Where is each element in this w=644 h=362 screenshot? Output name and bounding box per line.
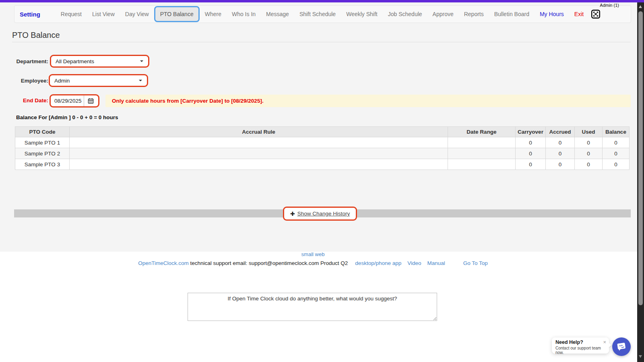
opentimeclock-link[interactable]: OpenTimeClock.com	[138, 260, 189, 266]
employee-label: Employee:	[12, 78, 48, 84]
need-help-title: Need Help?	[555, 339, 605, 345]
show-change-history-label: Show Change History	[297, 211, 350, 217]
cell-pto-code: Sample PTO 2	[15, 148, 70, 159]
nav-item-who-is-in[interactable]: Who Is In	[227, 11, 261, 17]
show-change-history-button[interactable]: ✚ Show Change History	[283, 207, 357, 221]
col-header-used: Used	[575, 127, 603, 137]
table-row: Sample PTO 1 0 0 0 0	[15, 137, 630, 148]
calendar-icon	[88, 98, 94, 104]
scrollbar-thumb[interactable]	[638, 11, 643, 305]
nav-item-bulletin-board[interactable]: Bulletin Board	[489, 11, 535, 17]
employee-selected-value: Admin	[50, 78, 139, 84]
nav-item-day-view[interactable]: Day View	[120, 11, 154, 17]
main-navbar: Setting Request List View Day View PTO B…	[14, 5, 631, 23]
accent-top-bar	[0, 0, 644, 2]
balance-summary: Balance For [Admin ] 0 - 0 + 0 = 0 hours	[16, 114, 118, 120]
title-divider	[12, 42, 631, 42]
manual-link[interactable]: Manual	[427, 260, 445, 266]
cell-used: 0	[575, 148, 603, 159]
end-date-value[interactable]: 08/29/2025	[51, 98, 84, 104]
nav-item-message[interactable]: Message	[261, 11, 294, 17]
col-header-carryover: Carryover	[516, 127, 546, 137]
logged-in-user-badge: Admin (1)	[555, 3, 619, 8]
cell-date-range	[448, 159, 516, 170]
pto-balance-page: Admin (1) Setting Request List View Day …	[0, 0, 644, 362]
nav-item-request[interactable]: Request	[56, 11, 87, 17]
nav-item-job-schedule[interactable]: Job Schedule	[383, 11, 427, 17]
video-link[interactable]: Video	[407, 260, 421, 266]
col-header-pto-code: PTO Code	[15, 127, 70, 137]
nav-item-weekly-shift[interactable]: Weekly Shift	[341, 11, 383, 17]
cell-date-range	[448, 148, 516, 159]
cell-accrual-rule	[70, 148, 448, 159]
chat-support-button[interactable]	[612, 337, 631, 356]
cell-balance: 0	[603, 159, 630, 170]
nav-item-approve[interactable]: Approve	[427, 11, 459, 17]
chat-bubble-icon	[616, 341, 627, 352]
end-date-field[interactable]: 08/29/2025	[50, 94, 99, 108]
chevron-down-icon	[140, 60, 143, 62]
table-header-row: PTO Code Accrual Rule Date Range Carryov…	[15, 127, 630, 137]
nav-item-list-view[interactable]: List View	[87, 11, 120, 17]
department-label: Department:	[12, 58, 48, 64]
footer-support-row: OpenTimeClock.com technical support emai…	[0, 260, 626, 266]
cell-used: 0	[575, 159, 603, 170]
cell-balance: 0	[603, 148, 630, 159]
cell-carryover: 0	[516, 148, 546, 159]
small-web-link[interactable]: small web	[301, 251, 325, 257]
close-icon[interactable]: ×	[603, 339, 606, 345]
nav-item-pto-balance[interactable]: PTO Balance	[154, 6, 200, 22]
nav-brand-setting[interactable]: Setting	[14, 11, 47, 18]
col-header-accrual-rule: Accrual Rule	[70, 127, 448, 137]
nav-item-shift-schedule[interactable]: Shift Schedule	[294, 11, 341, 17]
plus-icon: ✚	[290, 211, 295, 217]
pto-balance-table: PTO Code Accrual Rule Date Range Carryov…	[15, 126, 630, 170]
calculation-notice: Only calculate hours from [Carryover Dat…	[105, 95, 631, 107]
table-row: Sample PTO 3 0 0 0 0	[15, 159, 630, 170]
scroll-down-arrow-icon[interactable]	[639, 355, 642, 358]
nav-item-exit[interactable]: Exit	[569, 11, 589, 17]
cell-accrual-rule	[70, 137, 448, 148]
cell-balance: 0	[603, 137, 630, 148]
page-title: PTO Balance	[12, 31, 60, 40]
employee-select[interactable]: Admin	[49, 74, 148, 87]
cell-accrual-rule	[70, 159, 448, 170]
table-row: Sample PTO 2 0 0 0 0	[15, 148, 630, 159]
cell-accrued: 0	[546, 137, 575, 148]
cell-accrued: 0	[546, 159, 575, 170]
support-email-text: technical support email: support@opentim…	[190, 260, 348, 266]
nav-item-my-hours[interactable]: My Hours	[535, 11, 569, 17]
need-help-subtitle: Contact our support team now.	[555, 346, 605, 355]
col-header-date-range: Date Range	[448, 127, 516, 137]
department-selected-value: All Departments	[51, 58, 140, 64]
end-date-label: End Date:	[12, 97, 48, 103]
vertical-scrollbar[interactable]	[637, 2, 644, 362]
footer-small-web-row: small web	[0, 251, 626, 257]
nav-item-where[interactable]: Where	[200, 11, 227, 17]
cell-carryover: 0	[516, 137, 546, 148]
cell-pto-code: Sample PTO 1	[15, 137, 70, 148]
col-header-balance: Balance	[603, 127, 630, 137]
cell-carryover: 0	[516, 159, 546, 170]
cell-used: 0	[575, 137, 603, 148]
feedback-textarea[interactable]: If Open Time Clock cloud do anything bet…	[188, 293, 437, 321]
calendar-picker-button[interactable]	[84, 95, 97, 106]
cell-accrued: 0	[546, 148, 575, 159]
popup-pointer	[609, 343, 612, 348]
need-help-popup: Need Help? Contact our support team now.…	[552, 337, 609, 354]
scroll-up-arrow-icon[interactable]	[639, 5, 642, 8]
desktop-phone-app-link[interactable]: desktop/phone app	[355, 260, 401, 266]
col-header-accrued: Accrued	[546, 127, 575, 137]
go-to-top-link[interactable]: Go To Top	[463, 260, 488, 266]
cell-date-range	[448, 137, 516, 148]
fullscreen-icon[interactable]	[591, 10, 600, 19]
cell-pto-code: Sample PTO 3	[15, 159, 70, 170]
nav-item-reports[interactable]: Reports	[459, 11, 489, 17]
chevron-down-icon	[139, 80, 142, 81]
department-select[interactable]: All Departments	[50, 55, 149, 68]
